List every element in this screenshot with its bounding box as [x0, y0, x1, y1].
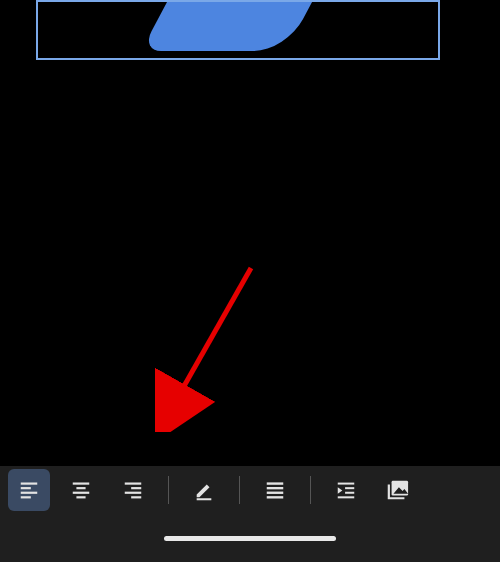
- align-left-icon: [18, 479, 40, 501]
- toolbar-separator: [239, 476, 240, 504]
- svg-rect-14: [197, 498, 212, 500]
- indent-button[interactable]: [325, 469, 367, 511]
- line-spacing-icon: [264, 479, 286, 501]
- annotation-arrow: [155, 262, 265, 432]
- image-stack-icon: [386, 479, 410, 501]
- toolbar-separator: [310, 476, 311, 504]
- align-center-button[interactable]: [60, 469, 102, 511]
- svg-line-1: [175, 268, 251, 402]
- align-left-button[interactable]: [8, 469, 50, 511]
- system-nav-area: [0, 514, 500, 562]
- toolbar-separator: [168, 476, 169, 504]
- format-toolbar: [0, 466, 500, 514]
- line-spacing-button[interactable]: [254, 469, 296, 511]
- align-right-button[interactable]: [112, 469, 154, 511]
- home-indicator[interactable]: [164, 536, 336, 541]
- document-canvas[interactable]: [0, 0, 500, 466]
- svg-marker-23: [338, 487, 343, 493]
- align-center-icon: [70, 479, 92, 501]
- indent-icon: [335, 479, 357, 501]
- selected-object-frame[interactable]: [36, 0, 440, 60]
- blue-art-shape: [141, 0, 355, 51]
- pencil-icon: [193, 479, 215, 501]
- insert-image-button[interactable]: [377, 469, 419, 511]
- align-right-icon: [122, 479, 144, 501]
- highlight-button[interactable]: [183, 469, 225, 511]
